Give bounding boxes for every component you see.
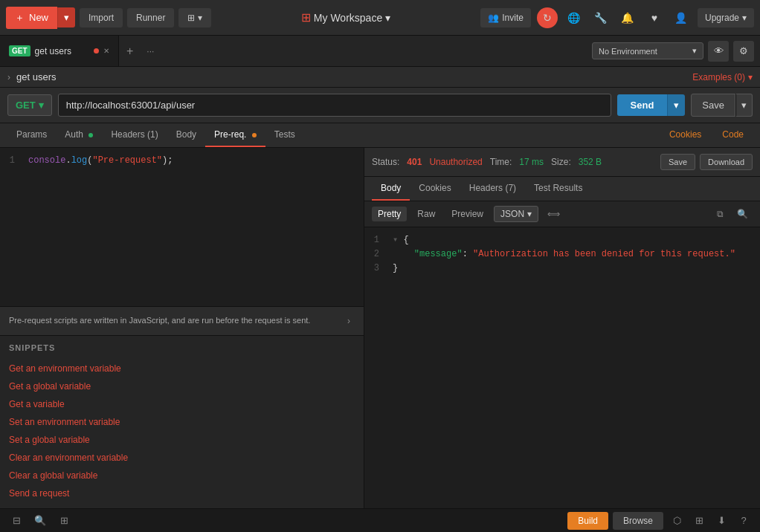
new-button-dropdown[interactable]: ▾	[57, 7, 75, 27]
upgrade-button[interactable]: Upgrade ▾	[698, 8, 754, 27]
snippet-set-global-var[interactable]: Set a global variable	[9, 431, 355, 449]
save-dropdown-button[interactable]: ▾	[735, 94, 753, 117]
add-tab-button[interactable]: +	[119, 45, 141, 58]
invite-button[interactable]: 👥 Invite	[480, 8, 531, 27]
copy-button[interactable]: ⧉	[712, 207, 728, 221]
code-keyword-console: console	[28, 155, 65, 166]
environment-bar: No Environment ▾ 👁 ⚙	[592, 41, 760, 62]
tab-name: get users	[35, 46, 89, 56]
tooltip-arrow[interactable]: ›	[343, 314, 355, 328]
breadcrumb-arrow[interactable]: ›	[7, 72, 10, 82]
code-editor[interactable]: console.log("Pre-request");	[22, 148, 364, 306]
tooltip-panel: Pre-request scripts are written in JavaS…	[0, 306, 364, 335]
response-line-numbers: 123	[364, 227, 387, 508]
tab-cookies[interactable]: Cookies	[660, 123, 710, 147]
response-download-button[interactable]: Download	[700, 154, 753, 170]
code-method-log: log	[71, 155, 88, 166]
bottom-share-button[interactable]: ⬡	[668, 512, 686, 530]
response-code: ▾ { "message": "Authorization has been d…	[387, 227, 760, 508]
sync-button[interactable]: ↻	[537, 7, 558, 28]
resp-tab-headers[interactable]: Headers (7)	[460, 177, 525, 201]
import-button[interactable]: Import	[80, 8, 123, 27]
save-button-group: Save ▾	[691, 94, 753, 117]
tab-body[interactable]: Body	[167, 123, 205, 147]
snippets-panel: SNIPPETS Get an environment variable Get…	[0, 335, 364, 509]
tab-close-button[interactable]: ✕	[103, 47, 109, 55]
snippet-clear-global-var[interactable]: Clear a global variable	[9, 467, 355, 484]
json-value-message: "Authorization has been denied for this …	[473, 249, 735, 259]
heart-button[interactable]: ♥	[644, 7, 665, 28]
env-dropdown-icon: ▾	[692, 46, 697, 56]
size-value: 352 B	[579, 157, 602, 167]
plus-icon: ＋	[15, 11, 25, 25]
url-bar: GET ▾ Send ▾ Save ▾	[0, 88, 760, 123]
more-tabs-button[interactable]: ···	[141, 46, 160, 56]
workspace-selector[interactable]: ⊞ My Workspace ▾	[216, 10, 477, 25]
method-selector[interactable]: GET ▾	[7, 94, 52, 116]
layout-button[interactable]: ⊞ ▾	[178, 8, 210, 27]
send-button[interactable]: Send	[617, 94, 668, 116]
snippet-set-env-var[interactable]: Set an environment variable	[9, 413, 355, 431]
bottom-sidebar-button[interactable]: ⊟	[7, 512, 25, 530]
runner-button[interactable]: Runner	[127, 8, 174, 27]
search-button[interactable]: 🔍	[732, 207, 753, 221]
snippet-get-var[interactable]: Get a variable	[9, 395, 355, 413]
snippet-clear-env-var[interactable]: Clear an environment variable	[9, 449, 355, 467]
send-button-group: Send ▾	[617, 94, 686, 116]
bell-button[interactable]: 🔔	[617, 7, 638, 28]
environment-eye-button[interactable]: 👁	[708, 41, 729, 62]
save-button[interactable]: Save	[691, 94, 735, 117]
send-dropdown-button[interactable]: ▾	[667, 94, 685, 116]
bottom-search-button[interactable]: 🔍	[31, 512, 49, 530]
snippet-get-global-var[interactable]: Get a global variable	[9, 377, 355, 395]
format-preview[interactable]: Preview	[445, 207, 489, 221]
browse-button[interactable]: Browse	[613, 512, 663, 530]
nav-icons: 👥 Invite ↻ 🌐 🔧 🔔 ♥ 👤 Upgrade ▾	[480, 7, 754, 28]
bottom-download-button[interactable]: ⬇	[712, 512, 730, 530]
format-raw[interactable]: Raw	[411, 207, 441, 221]
format-pretty[interactable]: Pretty	[372, 207, 407, 221]
tab-prereq[interactable]: Pre-req.	[205, 123, 265, 147]
json-format-selector[interactable]: JSON ▾	[494, 206, 538, 222]
profile-button[interactable]: 👤	[671, 7, 692, 28]
environment-selector[interactable]: No Environment ▾	[592, 42, 703, 59]
invite-icon: 👥	[488, 13, 499, 23]
line-numbers: 1	[0, 148, 22, 306]
bottom-help-button[interactable]: ?	[735, 512, 753, 530]
snippet-send-request[interactable]: Send a request	[9, 484, 355, 502]
tab-tests[interactable]: Tests	[265, 123, 304, 147]
tab-params[interactable]: Params	[7, 123, 56, 147]
resp-tab-body[interactable]: Body	[372, 177, 410, 201]
response-save-button[interactable]: Save	[660, 154, 695, 170]
build-button[interactable]: Build	[567, 512, 608, 530]
tab-auth[interactable]: Auth	[56, 123, 102, 147]
snippet-get-env-var[interactable]: Get an environment variable	[9, 360, 355, 377]
environment-name: No Environment	[599, 47, 657, 56]
bottom-console-button[interactable]: ⊞	[55, 512, 73, 530]
new-button[interactable]: ＋ New	[6, 7, 57, 29]
tab-get-users[interactable]: GET get users ✕	[0, 36, 119, 66]
workspace-dropdown-icon: ▾	[385, 12, 390, 24]
status-text: Unauthorized	[429, 157, 482, 167]
tab-code[interactable]: Code	[713, 123, 753, 147]
auth-dot	[88, 133, 93, 137]
resp-tab-cookies[interactable]: Cookies	[410, 177, 460, 201]
json-collapse-arrow[interactable]: ▾	[393, 235, 398, 245]
method-label: GET	[16, 100, 36, 111]
workspace-icon: ⊞	[301, 10, 311, 25]
url-input[interactable]	[58, 94, 611, 117]
json-close-brace: }	[393, 263, 398, 273]
new-button-group: ＋ New ▾	[6, 7, 75, 29]
wrap-button[interactable]: ⟺	[543, 207, 564, 221]
examples-link[interactable]: Examples (0) ▾	[692, 72, 753, 82]
bottom-grid-button[interactable]: ⊞	[690, 512, 708, 530]
bottom-bar: ⊟ 🔍 ⊞ Build Browse ⬡ ⊞ ⬇ ?	[0, 508, 760, 532]
tooltip-text: Pre-request scripts are written in JavaS…	[9, 314, 337, 327]
response-tabs: Body Cookies Headers (7) Test Results	[364, 177, 760, 201]
resp-tab-test-results[interactable]: Test Results	[525, 177, 591, 201]
tab-headers[interactable]: Headers (1)	[102, 123, 167, 147]
request-name: get users	[16, 71, 56, 82]
wrench-button[interactable]: 🔧	[590, 7, 611, 28]
browser-button[interactable]: 🌐	[564, 7, 585, 28]
environment-settings-button[interactable]: ⚙	[733, 41, 754, 62]
